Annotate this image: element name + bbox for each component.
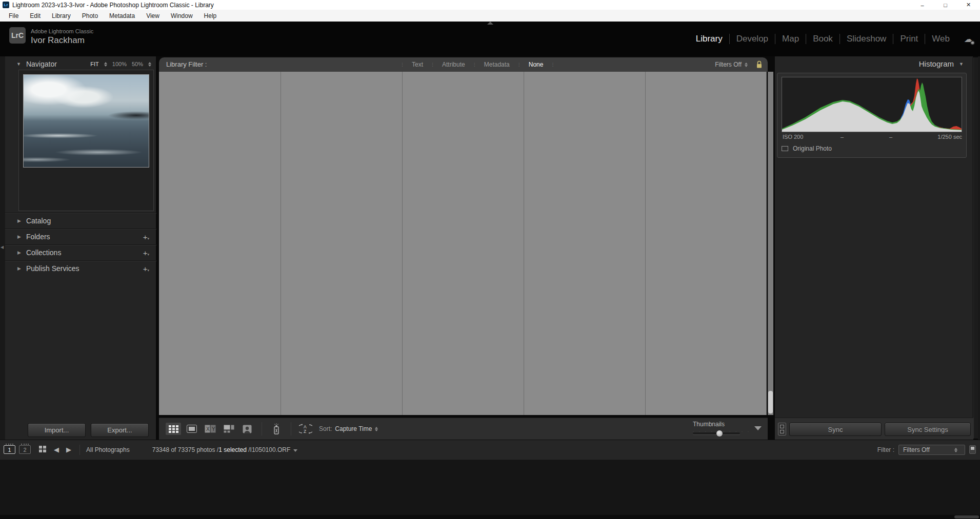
- panel-expanded-icon: ▼: [959, 61, 964, 67]
- navigator-zoom-fit[interactable]: FIT: [90, 61, 99, 67]
- collapsed-icon: ▶: [17, 234, 21, 239]
- collapse-left-panel-icon[interactable]: ◀: [1, 245, 4, 250]
- navigator-zoom-50[interactable]: 50%: [132, 61, 143, 67]
- module-library[interactable]: Library: [689, 34, 729, 44]
- dots-separator: ⋮: [550, 63, 555, 67]
- cloud-sync-icon[interactable]: ☁: [964, 34, 973, 45]
- navigator-preview-box: [18, 70, 154, 211]
- main-window-button[interactable]: 1: [4, 445, 15, 454]
- photo-counts[interactable]: 73348 of 73375 photos /1 selected /I1050…: [152, 446, 298, 453]
- go-forward-icon[interactable]: ▶: [66, 446, 71, 453]
- toolbar-options-icon[interactable]: [754, 426, 762, 430]
- export-button[interactable]: Export...: [91, 423, 149, 437]
- add-dropdown-icon: ▾: [147, 253, 149, 256]
- loupe-view-icon[interactable]: [184, 423, 199, 435]
- module-book[interactable]: Book: [806, 34, 839, 44]
- module-develop[interactable]: Develop: [730, 34, 775, 44]
- sync-toggle-icon[interactable]: [778, 423, 786, 435]
- collapsed-icon: ▶: [17, 218, 21, 223]
- source-dropdown-icon[interactable]: [293, 449, 297, 452]
- filmstrip-filter-dropdown[interactable]: Filters Off: [898, 445, 965, 455]
- original-photo-row: Original Photo: [782, 145, 832, 152]
- photo-grid: [159, 72, 767, 415]
- navigator-header[interactable]: ▼ Navigator FIT 100% 50%: [5, 57, 156, 71]
- close-icon[interactable]: ✕: [957, 0, 980, 10]
- menu-help[interactable]: Help: [198, 10, 223, 22]
- minimize-icon[interactable]: –: [911, 0, 934, 10]
- import-button[interactable]: Import...: [28, 423, 86, 437]
- histogram-exif-row: ISO 200 – – 1/250 sec: [782, 134, 962, 142]
- module-web[interactable]: Web: [925, 34, 956, 44]
- thumbnails-slider[interactable]: [693, 432, 740, 434]
- menu-view[interactable]: View: [141, 10, 165, 22]
- filter-tab-attribute[interactable]: Attribute: [435, 61, 472, 68]
- sidebar-section-collections[interactable]: ▶Collections+▾: [5, 244, 156, 260]
- thumbnails-label: Thumbnails: [693, 421, 744, 428]
- thumbnails-slider-knob[interactable]: [716, 430, 723, 437]
- collapse-top-panel-icon[interactable]: [487, 22, 493, 25]
- section-label: Folders: [26, 233, 143, 241]
- menu-bar: FileEditLibraryPhotoMetadataViewWindowHe…: [0, 10, 980, 22]
- filter-tab-metadata[interactable]: Metadata: [477, 61, 517, 68]
- sync-settings-button[interactable]: Sync Settings: [885, 423, 971, 436]
- filmstrip-source[interactable]: All Photographs: [86, 446, 130, 453]
- module-map[interactable]: Map: [775, 34, 806, 44]
- navigator-zoom-100[interactable]: 100%: [112, 61, 127, 67]
- histogram-header[interactable]: Histogram ▼: [919, 59, 964, 68]
- sidebar-section-catalog[interactable]: ▶Catalog: [5, 213, 156, 229]
- library-filter-tabs: ⋮Text⋮Attribute⋮Metadata⋮None⋮: [400, 57, 555, 72]
- panel-expanded-icon: ▼: [16, 61, 21, 67]
- fit-updown-icon[interactable]: [104, 62, 107, 67]
- go-back-icon[interactable]: ◀: [54, 446, 59, 453]
- grid-scrollbar[interactable]: [768, 72, 773, 415]
- grid-view-shortcut-icon[interactable]: [39, 445, 47, 454]
- sidebar-section-folders[interactable]: ▶Folders+▾: [5, 229, 156, 244]
- menu-photo[interactable]: Photo: [76, 10, 104, 22]
- right-panel-collapse-strip[interactable]: [978, 56, 980, 440]
- painter-spray-icon[interactable]: [269, 423, 284, 435]
- zoom-updown-icon[interactable]: [148, 62, 151, 67]
- sync-row: Sync Sync Settings: [775, 418, 973, 440]
- sync-button[interactable]: Sync: [789, 423, 882, 436]
- second-window-button[interactable]: 2: [19, 445, 31, 454]
- dots-separator: ⋮: [400, 63, 405, 67]
- filter-preset-updown-icon[interactable]: [745, 63, 748, 67]
- filmstrip-scrollbar-thumb[interactable]: [954, 515, 979, 518]
- module-print[interactable]: Print: [893, 34, 925, 44]
- original-photo-label: Original Photo: [793, 145, 832, 152]
- compare-view-icon[interactable]: XY: [203, 423, 218, 435]
- sidebar-section-publish-services[interactable]: ▶Publish Services+▾: [5, 260, 156, 276]
- add-icon[interactable]: +▾: [143, 248, 149, 257]
- survey-view-icon[interactable]: [221, 423, 236, 435]
- filmstrip-scrollbar[interactable]: [0, 515, 980, 519]
- menu-library[interactable]: Library: [46, 10, 76, 22]
- menu-window[interactable]: Window: [165, 10, 198, 22]
- grid-scrollbar-thumb[interactable]: [768, 391, 773, 413]
- filter-tab-text[interactable]: Text: [405, 61, 430, 68]
- grid-row: [159, 72, 767, 168]
- left-panel-sections: ▶Catalog▶Folders+▾▶Collections+▾▶Publish…: [5, 213, 156, 276]
- people-view-icon[interactable]: [239, 423, 255, 435]
- histogram-plot[interactable]: [782, 77, 962, 132]
- grid-column-divider: [281, 72, 281, 415]
- filter-tab-none[interactable]: None: [522, 61, 551, 68]
- menu-metadata[interactable]: Metadata: [104, 10, 141, 22]
- filter-lock-icon[interactable]: [756, 60, 763, 69]
- menu-file[interactable]: File: [3, 10, 24, 22]
- module-slideshow[interactable]: Slideshow: [840, 34, 893, 44]
- app-name: Adobe Lightroom Classic: [31, 28, 93, 34]
- navigator-title: Navigator: [26, 60, 90, 68]
- collapsed-icon: ▶: [17, 266, 21, 271]
- grid-view-icon[interactable]: [166, 423, 181, 435]
- navigator-preview-image[interactable]: [23, 74, 149, 168]
- filmstrip-filter-toggle[interactable]: [969, 445, 976, 454]
- right-panel-scrollbar[interactable]: [973, 57, 978, 439]
- sort-updown-icon[interactable]: [375, 427, 378, 431]
- sort-direction-icon[interactable]: AZ: [298, 423, 313, 435]
- maximize-icon[interactable]: □: [934, 0, 957, 10]
- menu-edit[interactable]: Edit: [24, 10, 46, 22]
- sort-value-dropdown[interactable]: Capture Time: [335, 425, 372, 432]
- filter-preset-dropdown[interactable]: Filters Off: [715, 61, 742, 68]
- add-icon[interactable]: +▾: [143, 233, 149, 241]
- add-icon[interactable]: +▾: [143, 264, 149, 273]
